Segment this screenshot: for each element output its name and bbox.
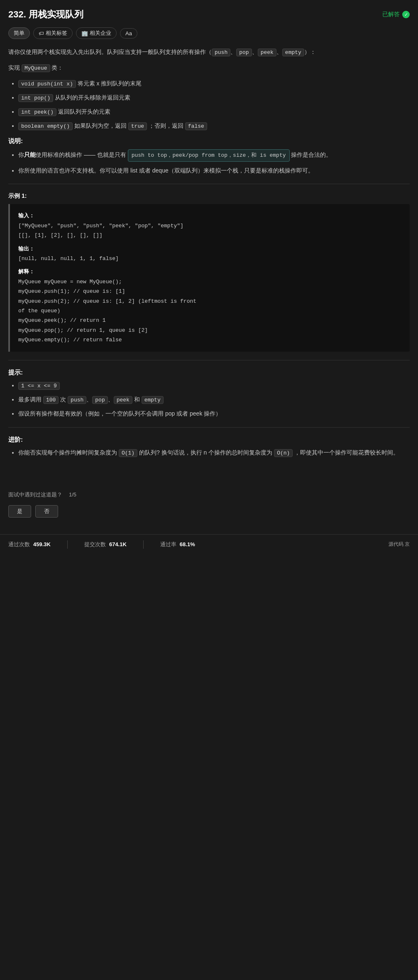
notes-list: 你只能使用标准的栈操作 —— 也就是只有 push to top，peek/po…	[8, 149, 410, 176]
tag-font[interactable]: Aa	[120, 28, 137, 39]
explain-label: 解释：	[18, 267, 401, 277]
yn-row: 是 否	[8, 505, 410, 518]
stat-pass-rate: 通过率 68.1%	[160, 541, 195, 548]
source-code-label: 源代码 京	[389, 541, 410, 548]
output-label: 输出：	[18, 244, 401, 254]
interview-count: 1/5	[69, 491, 76, 498]
explain-line-3: myQueue.push(2); // queue is: [1, 2] (le…	[18, 297, 401, 306]
footer-bar: 通过次数 459.3K 提交次数 674.1K 通过率 68.1% 源代码 京	[0, 534, 418, 554]
explain-line-2: myQueue.push(1); // queue is: [1]	[18, 287, 401, 296]
stat-divider-1	[67, 540, 68, 549]
problem-title-text: 用栈实现队列	[29, 9, 83, 19]
stat-submit-count: 提交次数 674.1K	[84, 541, 127, 548]
yes-button[interactable]: 是	[8, 505, 31, 518]
problem-title: 232. 用栈实现队列	[8, 8, 83, 21]
advanced-1: 你能否实现每个操作均摊时间复杂度为 O(1) 的队列? 换句话说，执行 n 个操…	[18, 448, 410, 458]
explain-line-1: MyQueue myQueue = new MyQueue();	[18, 277, 401, 287]
example-box: 输入： ["MyQueue", "push", "push", "peek", …	[8, 204, 410, 351]
myqueue-code: MyQueue	[22, 64, 50, 72]
op-empty: empty	[282, 49, 304, 56]
stat-rate-label: 通过率	[160, 541, 176, 548]
method-peek: int peek() 返回队列开头的元素	[18, 107, 410, 117]
advanced-section: 进阶: 你能否实现每个操作均摊时间复杂度为 O(1) 的队列? 换句话说，执行 …	[8, 436, 410, 458]
interview-label: 面试中遇到过这道题？	[8, 491, 62, 499]
explain-line-6: myQueue.pop(); // return 1, queue is [2]	[18, 326, 401, 335]
stat-pass-count: 通过次数 459.3K	[8, 541, 51, 548]
tag-related-companies[interactable]: 🏢 相关企业	[76, 27, 117, 39]
solved-badge: 已解答 ✓	[382, 11, 410, 18]
divider-3	[8, 427, 410, 428]
hint-1: 1 <= x <= 9	[18, 381, 410, 391]
hints-section: 提示: 1 <= x <= 9 最多调用 100 次 push、pop、peek…	[8, 369, 410, 419]
divider-1	[8, 184, 410, 184]
output-line: [null, null, null, 1, 1, false]	[18, 254, 401, 263]
solved-check-icon: ✓	[402, 11, 410, 18]
methods-list: void push(int x) 将元素 x 推到队列的末尾 int pop()…	[8, 79, 410, 131]
method-empty: boolean empty() 如果队列为空，返回 true ；否则，返回 fa…	[18, 121, 410, 131]
example-title: 示例 1:	[8, 192, 410, 200]
tag-related-tags[interactable]: 🏷 相关标签	[33, 27, 73, 39]
stat-pass-value: 459.3K	[33, 541, 51, 547]
op-push: push	[212, 49, 230, 56]
advanced-title: 进阶:	[8, 436, 410, 444]
explain-line-4: of the queue)	[18, 306, 401, 316]
hints-list: 1 <= x <= 9 最多调用 100 次 push、pop、peek 和 e…	[8, 381, 410, 419]
note-2: 你所使用的语言也许不支持栈。你可以使用 list 或者 deque（双端队列）来…	[18, 166, 410, 176]
interview-row: 面试中遇到过这道题？ 1/5	[8, 491, 410, 499]
no-button[interactable]: 否	[35, 505, 58, 518]
input-line1: ["MyQueue", "push", "push", "peek", "pop…	[18, 221, 401, 231]
explain-line-7: myQueue.empty(); // return false	[18, 335, 401, 345]
header-row: 232. 用栈实现队列 已解答 ✓	[8, 8, 410, 21]
note-title: 说明:	[8, 137, 410, 145]
input-label: 输入：	[18, 211, 401, 221]
implement-label: 实现 MyQueue 类：	[8, 63, 410, 73]
op-peek: peek	[258, 49, 276, 56]
explain-line-5: myQueue.peek(); // return 1	[18, 316, 401, 325]
divider-2	[8, 360, 410, 360]
advanced-list: 你能否实现每个操作均摊时间复杂度为 O(1) 的队列? 换句话说，执行 n 个操…	[8, 448, 410, 458]
problem-number: 232.	[8, 9, 26, 19]
stat-rate-value: 68.1%	[180, 541, 195, 547]
spacer	[8, 466, 410, 483]
stat-divider-2	[143, 540, 144, 549]
tag-easy[interactable]: 简单	[8, 27, 30, 39]
method-pop: int pop() 从队列的开头移除并返回元素	[18, 93, 410, 103]
hint-2: 最多调用 100 次 push、pop、peek 和 empty	[18, 395, 410, 405]
example-section: 示例 1: 输入： ["MyQueue", "push", "push", "p…	[8, 192, 410, 351]
company-icon: 🏢	[81, 30, 88, 36]
stat-submit-label: 提交次数	[84, 541, 106, 548]
hint-3: 假设所有操作都是有效的（例如，一个空的队列不会调用 pop 或者 peek 操作…	[18, 409, 410, 419]
stat-submit-value: 674.1K	[109, 541, 127, 547]
description-intro: 请你仅使用两个栈实现先入先出队列。队列应当支持一般队列支持的所有操作（push、…	[8, 47, 410, 57]
hints-title: 提示:	[8, 369, 410, 377]
op-pop: pop	[236, 49, 252, 56]
page-container: 232. 用栈实现队列 已解答 ✓ 简单 🏷 相关标签 🏢 相关企业 Aa 请你…	[0, 0, 418, 518]
method-push: void push(int x) 将元素 x 推到队列的末尾	[18, 79, 410, 89]
note-1: 你只能使用标准的栈操作 —— 也就是只有 push to top，peek/po…	[18, 149, 410, 162]
stat-pass-label: 通过次数	[8, 541, 30, 548]
tag-icon: 🏷	[39, 30, 44, 36]
input-line2: [[], [1], [2], [], [], []]	[18, 231, 401, 240]
tag-row: 简单 🏷 相关标签 🏢 相关企业 Aa	[8, 27, 410, 39]
solved-label: 已解答	[382, 11, 400, 18]
